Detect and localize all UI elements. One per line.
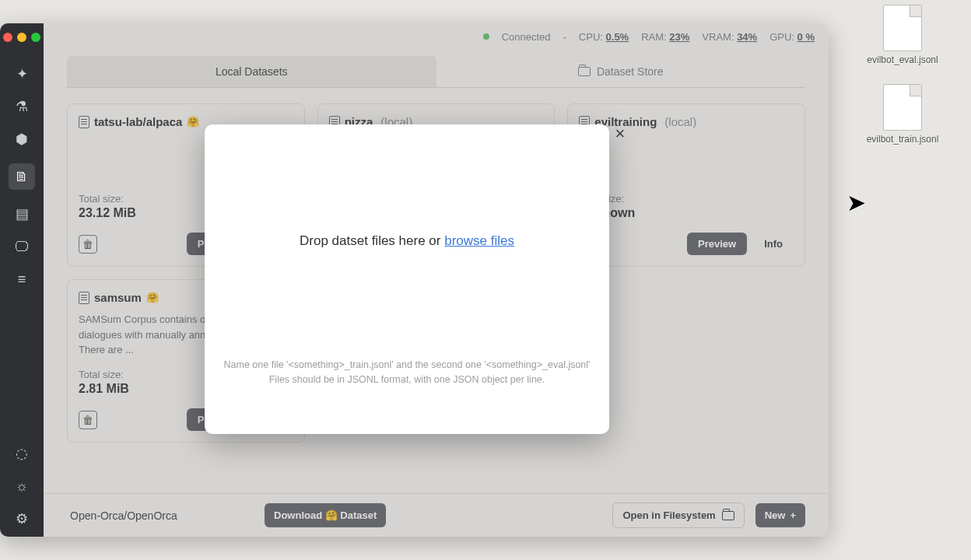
drop-text: Drop datset files here or [300, 233, 440, 249]
monitor-icon[interactable]: 🖵 [13, 238, 30, 255]
desktop-file[interactable]: evilbot_eval.jsonl [856, 5, 949, 65]
document-icon[interactable]: 🗎 [9, 163, 35, 190]
menu-icon[interactable]: ≡ [13, 271, 30, 288]
browse-files-link[interactable]: browse files [444, 233, 514, 249]
cursor-icon: ➤ [847, 189, 866, 216]
upload-modal: × Drop datset files here or browse files… [205, 124, 609, 434]
file-icon [883, 5, 922, 51]
drop-zone[interactable]: Drop datset files here or browse files [205, 124, 609, 358]
flask-icon[interactable]: ⚗ [13, 98, 30, 115]
help-icon[interactable]: ◌ [13, 445, 30, 462]
hint-line-2: Files should be in JSONL format, with on… [205, 373, 609, 387]
settings-icon[interactable]: ⚙ [13, 510, 30, 527]
sparkle-icon[interactable]: ✦ [13, 65, 30, 82]
file-name: evilbot_eval.jsonl [856, 54, 949, 65]
close-button[interactable]: × [609, 123, 631, 145]
sidebar: ✦ ⚗ ⬢ 🗎 ▤ 🖵 ≡ ◌ ☼ ⚙ [0, 23, 44, 537]
layers-icon[interactable]: ▤ [13, 205, 30, 222]
desktop-file[interactable]: evilbot_train.jsonl [856, 84, 949, 145]
cubes-icon[interactable]: ⬢ [13, 131, 30, 148]
brightness-icon[interactable]: ☼ [13, 478, 30, 495]
file-name: evilbot_train.jsonl [856, 134, 949, 145]
file-icon [883, 84, 922, 131]
hint-line-1: Name one file '<something>_train.jsonl' … [205, 358, 609, 373]
window-controls[interactable] [3, 33, 40, 42]
